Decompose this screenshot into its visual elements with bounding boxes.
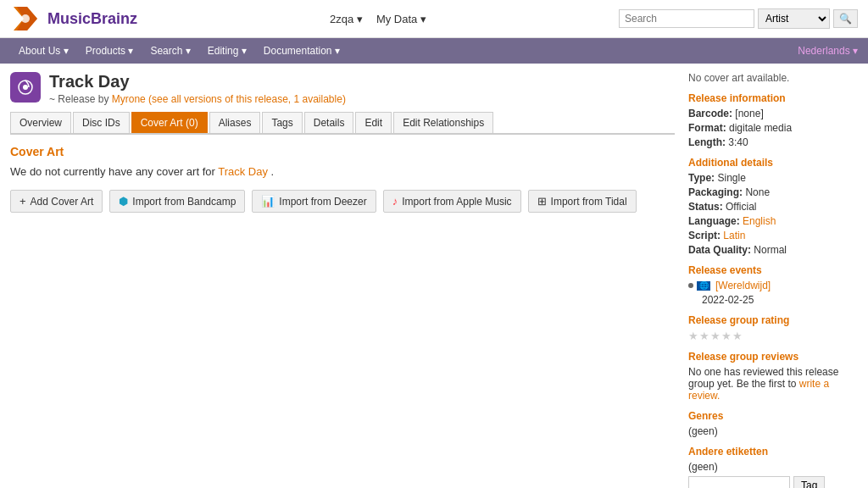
import-tidal-button[interactable]: ⊞ Import from Tidal bbox=[528, 190, 637, 213]
flag-icon: 🌐 bbox=[697, 281, 710, 291]
content-wrapper: Track Day ~ Release by Myrone (see all v… bbox=[0, 64, 868, 488]
event-date: 2022-02-25 bbox=[688, 294, 858, 306]
search-select[interactable]: Artist Release Recording bbox=[758, 8, 830, 29]
status-row: Status: Official bbox=[688, 201, 858, 213]
tab-disc-ids[interactable]: Disc IDs bbox=[73, 112, 130, 133]
barcode-row: Barcode: [none] bbox=[688, 108, 858, 119]
sidebar: No cover art available. Release informat… bbox=[688, 72, 858, 488]
tab-edit-relationships[interactable]: Edit Relationships bbox=[393, 112, 493, 133]
logo-area: MusicBrainz bbox=[10, 3, 137, 34]
main-content: Track Day ~ Release by Myrone (see all v… bbox=[10, 72, 675, 488]
bandcamp-icon: ⬢ bbox=[119, 195, 128, 208]
svg-point-2 bbox=[21, 14, 30, 23]
import-bandcamp-button[interactable]: ⬢ Import from Bandcamp bbox=[109, 190, 245, 213]
user-link[interactable]: 2zqa ▾ bbox=[330, 13, 363, 25]
reviews-title: Release group reviews bbox=[688, 351, 858, 363]
nav-documentation[interactable]: Documentation ▾ bbox=[255, 38, 348, 64]
musicbrainz-logo-icon bbox=[10, 3, 41, 34]
logo-text: MusicBrainz bbox=[47, 10, 137, 28]
tabs: Overview Disc IDs Cover Art (0) Aliases … bbox=[10, 112, 675, 135]
import-apple-music-button[interactable]: ♪ Import from Apple Music bbox=[383, 190, 521, 213]
event-row: 🌐 [Wereldwijd] bbox=[688, 280, 858, 291]
tab-tags[interactable]: Tags bbox=[262, 112, 302, 133]
language-link[interactable]: Nederlands ▾ bbox=[798, 38, 858, 64]
top-nav-links: 2zqa ▾ My Data ▾ bbox=[330, 13, 426, 25]
tab-aliases[interactable]: Aliases bbox=[209, 112, 261, 133]
add-cover-art-button[interactable]: + Add Cover Art bbox=[10, 190, 103, 213]
genres-title: Genres bbox=[688, 410, 858, 422]
nav-editing[interactable]: Editing ▾ bbox=[199, 38, 255, 64]
release-subtitle: ~ Release by Myrone (see all versions of… bbox=[49, 93, 346, 105]
packaging-row: Packaging: None bbox=[688, 186, 858, 198]
svg-point-4 bbox=[23, 85, 28, 90]
release-title: Track Day bbox=[49, 72, 346, 92]
import-deezer-button[interactable]: 📊 Import from Deezer bbox=[252, 190, 376, 213]
event-link[interactable]: [Wereldwijd] bbox=[715, 280, 771, 291]
tidal-icon: ⊞ bbox=[537, 195, 547, 208]
import-buttons-row: + Add Cover Art ⬢ Import from Bandcamp 📊… bbox=[10, 190, 675, 213]
nav-about[interactable]: About Us ▾ bbox=[10, 38, 77, 64]
main-nav: About Us ▾ Products ▾ Search ▾ Editing ▾… bbox=[0, 38, 868, 64]
language-link[interactable]: English bbox=[743, 215, 776, 227]
search-area: Artist Release Recording 🔍 bbox=[619, 8, 858, 29]
release-type-icon bbox=[17, 79, 34, 96]
tag-button[interactable]: Tag bbox=[793, 476, 825, 488]
nav-search[interactable]: Search ▾ bbox=[142, 38, 198, 64]
cover-art-title: Cover Art bbox=[10, 145, 675, 158]
other-tags-value: (geen) bbox=[688, 461, 858, 473]
mydata-link[interactable]: My Data ▾ bbox=[376, 13, 426, 25]
event-bullet bbox=[688, 283, 693, 288]
tab-overview[interactable]: Overview bbox=[10, 112, 71, 133]
tab-cover-art[interactable]: Cover Art (0) bbox=[131, 112, 208, 133]
nav-products[interactable]: Products ▾ bbox=[77, 38, 142, 64]
versions-link[interactable]: (see all versions of this release, 1 ava… bbox=[148, 93, 346, 105]
events-title: Release events bbox=[688, 264, 858, 276]
genres-value: (geen) bbox=[688, 425, 858, 437]
search-button[interactable]: 🔍 bbox=[833, 9, 858, 28]
no-cover-text: No cover art available. bbox=[688, 72, 858, 84]
script-link[interactable]: Latin bbox=[723, 230, 745, 241]
release-info-title: Release information bbox=[688, 92, 858, 104]
cover-art-section: Cover Art We do not currently have any c… bbox=[10, 145, 675, 213]
script-row: Script: Latin bbox=[688, 230, 858, 241]
main-nav-links: About Us ▾ Products ▾ Search ▾ Editing ▾… bbox=[10, 38, 348, 64]
length-row: Length: 3:40 bbox=[688, 136, 858, 148]
other-tags-title: Andere etiketten bbox=[688, 446, 858, 458]
add-icon: + bbox=[19, 195, 26, 208]
top-bar: MusicBrainz 2zqa ▾ My Data ▾ Artist Rele… bbox=[0, 0, 868, 38]
dataquality-row: Data Quality: Normal bbox=[688, 244, 858, 256]
release-title-area: Track Day ~ Release by Myrone (see all v… bbox=[49, 72, 346, 105]
release-icon bbox=[10, 72, 41, 103]
tab-edit[interactable]: Edit bbox=[355, 112, 392, 133]
release-link[interactable]: Track Day bbox=[218, 165, 268, 178]
artist-link[interactable]: Myrone bbox=[112, 93, 146, 105]
tag-input-row: Tag bbox=[688, 476, 858, 488]
cover-art-description: We do not currently have any cover art f… bbox=[10, 165, 675, 178]
type-row: Type: Single bbox=[688, 172, 858, 184]
search-input[interactable] bbox=[619, 9, 754, 28]
language-row: Language: English bbox=[688, 215, 858, 227]
tag-input[interactable] bbox=[688, 476, 790, 488]
apple-music-icon: ♪ bbox=[392, 195, 398, 208]
format-row: Format: digitale media bbox=[688, 122, 858, 134]
additional-title: Additional details bbox=[688, 157, 858, 169]
rating-title: Release group rating bbox=[688, 314, 858, 326]
deezer-icon: 📊 bbox=[261, 195, 275, 208]
rating-stars[interactable]: ★★★★★ bbox=[688, 330, 858, 342]
reviews-text: No one has reviewed this release group y… bbox=[688, 366, 858, 402]
tab-details[interactable]: Details bbox=[304, 112, 354, 133]
release-header: Track Day ~ Release by Myrone (see all v… bbox=[10, 72, 675, 105]
